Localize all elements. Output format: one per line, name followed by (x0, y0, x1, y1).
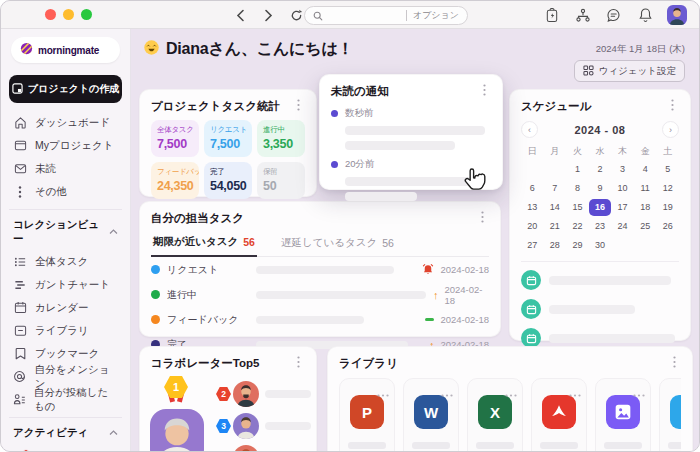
sidebar-item-calendar[interactable]: カレンダー (9, 296, 122, 319)
calendar-day[interactable]: 26 (656, 218, 679, 235)
logo[interactable]: morningmate (11, 37, 120, 63)
calendar-day-selected[interactable]: 16 (589, 199, 612, 216)
tab-due-soon[interactable]: 期限が近いタスク 56 (151, 231, 257, 257)
calendar-day[interactable]: 19 (656, 199, 679, 216)
forward-icon[interactable] (259, 5, 277, 25)
sidebar-item-my-projects[interactable]: Myプロジェクト (9, 134, 122, 157)
activity-section-header[interactable]: アクティビティ (9, 424, 122, 444)
calendar-day[interactable]: 24 (611, 218, 634, 235)
next-month-icon[interactable]: › (662, 121, 679, 138)
calendar-day[interactable]: 18 (634, 199, 657, 216)
sidebar-item-more[interactable]: その他 (9, 180, 122, 203)
stat-tile-in-progress[interactable]: 進行中 3,350 (257, 120, 305, 157)
minimize-window-button[interactable] (63, 9, 74, 20)
calendar-day[interactable]: 29 (566, 237, 589, 254)
calendar-day[interactable]: 1 (566, 161, 589, 178)
file-menu-icon[interactable] (377, 383, 389, 401)
calendar-day[interactable]: 5 (656, 161, 679, 178)
search-input[interactable]: オプション (304, 6, 468, 25)
calendar-day[interactable]: 15 (566, 199, 589, 216)
sidebar-item-dashboard[interactable]: ダッシュボード (9, 111, 122, 134)
kebab-menu-icon[interactable] (291, 355, 305, 369)
kebab-menu-icon[interactable] (665, 98, 679, 112)
calendar-day[interactable]: 12 (656, 180, 679, 197)
task-list-icon (13, 256, 27, 268)
back-icon[interactable] (231, 5, 249, 25)
top-collaborator-avatar[interactable] (150, 409, 204, 451)
file-tile-excel[interactable]: X (467, 378, 523, 451)
calendar-day[interactable]: 3 (611, 161, 634, 178)
file-menu-icon[interactable] (505, 383, 517, 401)
calendar-day[interactable]: 2 (589, 161, 612, 178)
file-tile-word[interactable]: W (403, 378, 459, 451)
file-menu-icon[interactable] (633, 383, 645, 401)
file-tile-pdf[interactable] (531, 378, 587, 451)
calendar-day[interactable]: 7 (544, 180, 567, 197)
file-menu-icon[interactable] (441, 383, 453, 401)
collaborator-row[interactable]: 3 (216, 413, 311, 439)
sidebar-item-all-tasks[interactable]: 全体タスク (9, 250, 122, 273)
zoom-window-button[interactable] (81, 9, 92, 20)
stat-tile-feedback[interactable]: フィードバック 24,350 (151, 162, 199, 199)
clipboard-icon[interactable] (543, 4, 561, 26)
sidebar-item-gantt[interactable]: ガントチャート (9, 273, 122, 296)
schedule-event[interactable] (521, 299, 679, 319)
create-project-button[interactable]: プロジェクトの作成 (9, 75, 122, 103)
task-row[interactable]: リクエスト 2024-02-18 (151, 257, 489, 282)
close-window-button[interactable] (45, 9, 56, 20)
notification-item[interactable]: 数秒前 (331, 107, 491, 150)
widget-settings-button[interactable]: ウィジェット設定 (574, 60, 685, 82)
calendar-day[interactable]: 30 (589, 237, 612, 254)
bell-icon[interactable] (636, 4, 654, 26)
tab-delayed[interactable]: 遅延しているタスク 56 (279, 231, 396, 256)
calendar-day[interactable]: 20 (521, 218, 544, 235)
task-row[interactable]: フィードバック 2024-02-18 (151, 307, 489, 332)
calendar-day[interactable]: 21 (544, 218, 567, 235)
collection-section-header[interactable]: コレクションビュー (9, 216, 122, 250)
chat-icon[interactable] (605, 4, 623, 26)
calendar-day[interactable]: 13 (521, 199, 544, 216)
file-tile-generic[interactable] (659, 378, 681, 451)
stat-tile-request[interactable]: リクエスト 7,500 (204, 120, 252, 157)
stat-tile-total[interactable]: 全体タスク 7,500 (151, 120, 199, 157)
sidebar-item-unread[interactable]: 未読 (9, 157, 122, 180)
prev-month-icon[interactable]: ‹ (521, 121, 538, 138)
calendar-day[interactable]: 22 (566, 218, 589, 235)
schedule-event[interactable] (521, 270, 679, 290)
window-icon (13, 139, 27, 152)
kebab-menu-icon[interactable] (291, 98, 305, 112)
calendar-day[interactable]: 8 (566, 180, 589, 197)
stat-tile-hold[interactable]: 保留 50 (257, 162, 305, 199)
sidebar-item-library[interactable]: ライブラリ (9, 319, 122, 342)
task-row[interactable]: 進行中 ↑ 2024-02-18 (151, 282, 489, 307)
calendar-day[interactable]: 11 (634, 180, 657, 197)
collaborator-row[interactable]: 4 (216, 445, 311, 451)
file-tile-powerpoint[interactable]: P (339, 378, 395, 451)
org-chart-icon[interactable] (574, 4, 592, 26)
activity-item[interactable] (9, 444, 122, 451)
kebab-menu-icon[interactable] (667, 355, 681, 369)
file-menu-icon[interactable] (569, 383, 581, 401)
file-tile-image[interactable] (595, 378, 651, 451)
calendar-day[interactable]: 9 (589, 180, 612, 197)
kebab-menu-icon[interactable] (475, 210, 489, 224)
chevron-up-icon[interactable] (109, 430, 118, 436)
calendar-day[interactable]: 6 (521, 180, 544, 197)
sidebar-item-my-posts[interactable]: 自分が投稿したもの (9, 388, 122, 411)
stat-tile-done[interactable]: 完了 54,050 (204, 162, 252, 199)
calendar-day[interactable]: 27 (521, 237, 544, 254)
search-options-label[interactable]: オプション (406, 10, 459, 21)
user-avatar[interactable] (667, 5, 687, 25)
chevron-up-icon[interactable] (109, 229, 118, 235)
kebab-menu-icon[interactable] (477, 83, 491, 97)
calendar-day[interactable]: 23 (589, 218, 612, 235)
calendar-day[interactable]: 4 (634, 161, 657, 178)
calendar-day[interactable]: 14 (544, 199, 567, 216)
calendar-day[interactable]: 28 (544, 237, 567, 254)
schedule-event[interactable] (521, 328, 679, 348)
calendar-day[interactable]: 10 (611, 180, 634, 197)
collaborator-row[interactable]: 2 (216, 381, 311, 407)
refresh-icon[interactable] (287, 5, 305, 25)
calendar-day[interactable]: 25 (634, 218, 657, 235)
calendar-day[interactable]: 17 (611, 199, 634, 216)
